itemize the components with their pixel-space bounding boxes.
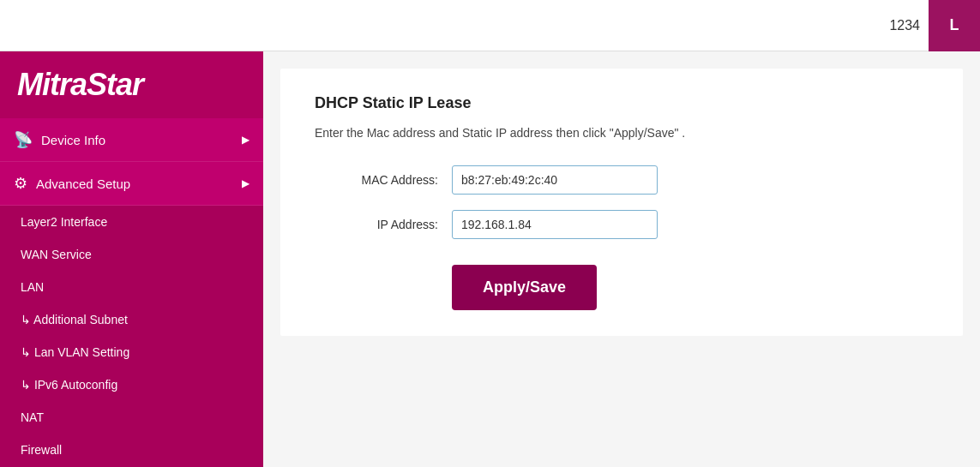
sidebar-sub-item-nat[interactable]: NAT [0,401,263,434]
sidebar-sub-label-lan-vlan: ↳ Lan VLAN Setting [21,345,129,359]
sidebar-sub-item-lan-vlan[interactable]: ↳ Lan VLAN Setting [0,336,263,368]
apply-save-button[interactable]: Apply/Save [452,265,597,310]
ip-address-label: IP Address: [315,218,452,231]
sidebar-sub-label-layer2: Layer2 Interface [21,215,107,229]
device-info-arrow: ▶ [242,134,250,146]
ip-address-input[interactable] [452,210,658,239]
sidebar-sub-label-wan: WAN Service [21,248,92,261]
sidebar-item-label-advanced-setup: Advanced Setup [36,177,130,191]
top-bar-number: 1234 [889,18,920,33]
sidebar-sub-label-ipv6: ↳ IPv6 Autoconfig [21,378,117,392]
mac-address-row: MAC Address: [315,165,929,195]
sidebar: MitraStar 📡 Device Info ▶ ⚙ Advanced Set… [0,51,263,467]
device-info-icon: 📡 [14,130,33,149]
top-bar-button[interactable]: L [929,0,980,51]
sidebar-item-device-info[interactable]: 📡 Device Info ▶ [0,118,263,162]
sidebar-sub-item-wan[interactable]: WAN Service [0,238,263,271]
sidebar-sub-item-additional-subnet[interactable]: ↳ Additional Subnet [0,303,263,336]
page-title: DHCP Static IP Lease [315,94,929,112]
mac-address-input[interactable] [452,165,658,195]
sidebar-sub-label-nat: NAT [21,410,44,424]
sidebar-sub-item-firewall[interactable]: Firewall [0,434,263,466]
main-layout: MitraStar 📡 Device Info ▶ ⚙ Advanced Set… [0,51,980,467]
sidebar-logo: MitraStar [0,51,263,118]
page-description: Enter the Mac address and Static IP addr… [315,126,929,140]
sidebar-sub-item-ipv6[interactable]: ↳ IPv6 Autoconfig [0,368,263,401]
sidebar-sub-label-firewall: Firewall [21,443,62,457]
sidebar-item-advanced-setup[interactable]: ⚙ Advanced Setup ▶ [0,162,263,206]
sidebar-sub-item-lan[interactable]: LAN [0,271,263,303]
sidebar-sub-label-lan: LAN [21,280,44,294]
top-bar: 1234 L [0,0,980,51]
advanced-setup-icon: ⚙ [14,174,27,193]
sidebar-sub-label-additional-subnet: ↳ Additional Subnet [21,313,128,326]
content-inner: DHCP Static IP Lease Enter the Mac addre… [280,69,963,336]
ip-address-row: IP Address: [315,210,929,239]
sidebar-item-label-device-info: Device Info [41,133,105,147]
sidebar-nav: 📡 Device Info ▶ ⚙ Advanced Setup ▶ Layer… [0,118,263,467]
advanced-setup-arrow: ▶ [242,177,250,189]
mac-address-label: MAC Address: [315,173,452,187]
sidebar-sub-item-layer2[interactable]: Layer2 Interface [0,206,263,238]
logo-text: MitraStar [17,67,143,103]
content-area: DHCP Static IP Lease Enter the Mac addre… [263,51,980,467]
